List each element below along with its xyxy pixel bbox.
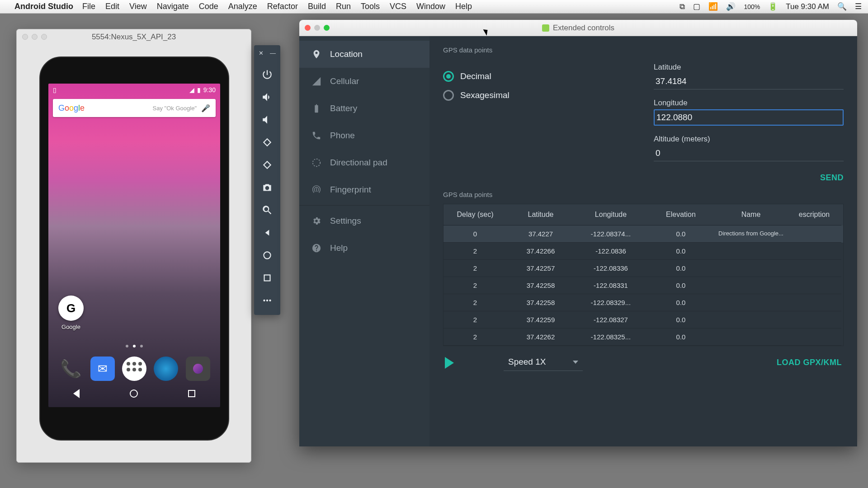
- col-elev[interactable]: Elevation: [647, 204, 715, 225]
- screenshot-button[interactable]: [258, 178, 276, 197]
- nav-home[interactable]: [130, 389, 138, 398]
- menubar-app-name[interactable]: Android Studio: [14, 2, 73, 11]
- nav-back[interactable]: [73, 389, 80, 398]
- volume-icon[interactable]: 🔊: [726, 2, 736, 11]
- ext-traffic-max[interactable]: [324, 25, 330, 31]
- col-lon[interactable]: Longitude: [575, 204, 647, 225]
- messages-app[interactable]: ✉: [90, 357, 115, 381]
- menubar-right: ⧉ ▢ 📶 🔊 100% 🔋 Tue 9:30 AM 🔍 ☰: [679, 2, 862, 11]
- ext-titlebar[interactable]: Extended controls: [299, 20, 857, 36]
- menu-view[interactable]: View: [129, 2, 147, 11]
- phone-screen[interactable]: ▯ ◢ ▮ 9:30 Google Say "Ok Google" 🎤 G Go…: [48, 84, 220, 407]
- sidebar-item-settings[interactable]: Settings: [299, 207, 429, 235]
- section-label-gps2: GPS data points: [443, 191, 844, 198]
- back-button[interactable]: [258, 223, 276, 243]
- col-delay[interactable]: Delay (sec): [443, 204, 507, 225]
- col-name[interactable]: Name: [715, 204, 787, 225]
- table-row[interactable]: 237.42266-122.08360.0: [443, 243, 843, 260]
- chevron-down-icon: [573, 361, 578, 364]
- menu-refactor[interactable]: Refactor: [267, 2, 298, 11]
- menu-code[interactable]: Code: [199, 2, 218, 11]
- menu-tools[interactable]: Tools: [361, 2, 380, 11]
- home-button[interactable]: [258, 245, 276, 265]
- emulator-titlebar: 5554:Nexus_5X_API_23: [17, 29, 251, 45]
- fingerprint-icon: [311, 185, 322, 195]
- svg-point-3: [266, 300, 268, 301]
- menu-icon[interactable]: ☰: [855, 2, 862, 11]
- play-button[interactable]: [445, 357, 454, 369]
- spotlight-icon[interactable]: 🔍: [837, 2, 847, 11]
- menu-build[interactable]: Build: [308, 2, 326, 11]
- app-drawer[interactable]: [122, 357, 146, 381]
- menu-run[interactable]: Run: [336, 2, 351, 11]
- sidebar-item-location[interactable]: Location: [299, 41, 429, 68]
- menu-help[interactable]: Help: [455, 2, 472, 11]
- rotate-left-button[interactable]: [258, 132, 276, 152]
- sidebar-item-fingerprint[interactable]: Fingerprint: [299, 176, 429, 203]
- table-body[interactable]: 037.4227-122.08374...0.0Directions from …: [443, 225, 843, 346]
- send-button[interactable]: SEND: [820, 173, 844, 183]
- ext-traffic-min[interactable]: [314, 25, 320, 31]
- sidebar-item-help[interactable]: Help: [299, 235, 429, 262]
- menu-edit[interactable]: Edit: [105, 2, 119, 11]
- battery-percent[interactable]: 100%: [744, 3, 760, 10]
- load-gpx-button[interactable]: LOAD GPX/KML: [777, 358, 842, 367]
- rotate-right-button[interactable]: [258, 155, 276, 175]
- zoom-button[interactable]: [258, 200, 276, 220]
- volume-down-button[interactable]: [258, 110, 276, 130]
- table-row[interactable]: 237.42258-122.083310.0: [443, 277, 843, 294]
- speed-select[interactable]: Speed 1X: [504, 354, 583, 371]
- speed-label: Speed 1X: [508, 357, 546, 367]
- sidebar-item-battery[interactable]: Battery: [299, 95, 429, 122]
- section-label-gps1: GPS data points: [443, 46, 844, 54]
- col-lat[interactable]: Latitude: [507, 204, 575, 225]
- longitude-input[interactable]: [654, 109, 844, 126]
- ext-window-icon: [542, 24, 549, 32]
- emu-traffic-max[interactable]: [41, 34, 47, 40]
- table-row[interactable]: 237.42257-122.083360.0: [443, 260, 843, 277]
- longitude-label: Longitude: [654, 99, 844, 108]
- overview-button[interactable]: [258, 268, 276, 288]
- emulator-window: 5554:Nexus_5X_API_23 ▯ ◢ ▮ 9:30 Google S…: [16, 29, 251, 463]
- menu-window[interactable]: Window: [416, 2, 445, 11]
- phone-frame: ▯ ◢ ▮ 9:30 Google Say "Ok Google" 🎤 G Go…: [39, 56, 229, 441]
- menubar-clock[interactable]: Tue 9:30 AM: [786, 2, 829, 11]
- table-row[interactable]: 237.42259-122.083270.0: [443, 311, 843, 328]
- screenshare-icon[interactable]: ⧉: [679, 2, 685, 11]
- sidebar-item-cellular[interactable]: Cellular: [299, 68, 429, 95]
- table-row[interactable]: 237.42258-122.08329...0.0: [443, 294, 843, 311]
- browser-app[interactable]: [154, 357, 178, 381]
- nav-overview[interactable]: [188, 390, 195, 397]
- altitude-input[interactable]: [654, 145, 844, 161]
- col-desc[interactable]: escription: [787, 204, 841, 225]
- battery-icon[interactable]: 🔋: [768, 2, 778, 11]
- sidebar-item-dpad[interactable]: Directional pad: [299, 149, 429, 176]
- sidebar-label: Directional pad: [330, 158, 387, 168]
- more-button[interactable]: [258, 291, 276, 310]
- table-row[interactable]: 037.4227-122.08374...0.0Directions from …: [443, 225, 843, 243]
- emu-traffic-min[interactable]: [32, 34, 38, 40]
- latitude-input[interactable]: [654, 74, 844, 89]
- menu-navigate[interactable]: Navigate: [157, 2, 189, 11]
- sidebar-item-phone[interactable]: Phone: [299, 122, 429, 149]
- google-app-shortcut[interactable]: G Google: [58, 296, 84, 330]
- extended-controls-window: Extended controls Location Cellular Batt…: [299, 20, 857, 446]
- menu-file[interactable]: File: [82, 2, 95, 11]
- emu-traffic-close[interactable]: [22, 34, 28, 40]
- ext-traffic-close[interactable]: [305, 25, 311, 31]
- airplay-icon[interactable]: ▢: [693, 2, 700, 11]
- volume-up-button[interactable]: [258, 87, 276, 107]
- radio-decimal[interactable]: Decimal: [443, 71, 509, 82]
- toolbar-minimize-icon[interactable]: —: [270, 50, 276, 56]
- table-row[interactable]: 237.42262-122.08325...0.0: [443, 328, 843, 346]
- wifi-icon[interactable]: 📶: [708, 2, 718, 11]
- toolbar-close-icon[interactable]: ✕: [259, 50, 264, 56]
- menu-analyze[interactable]: Analyze: [228, 2, 257, 11]
- power-button[interactable]: [258, 65, 276, 84]
- phone-app[interactable]: 📞: [58, 357, 83, 381]
- google-search-bar[interactable]: Google Say "Ok Google" 🎤: [53, 99, 216, 117]
- radio-sexagesimal[interactable]: Sexagesimal: [443, 90, 509, 101]
- menu-vcs[interactable]: VCS: [390, 2, 406, 11]
- mic-icon[interactable]: 🎤: [201, 104, 210, 113]
- camera-app[interactable]: [186, 357, 210, 381]
